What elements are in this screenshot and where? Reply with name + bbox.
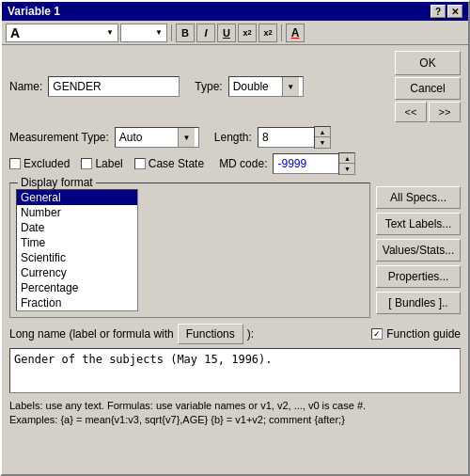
all-specs-button[interactable]: All Specs... <box>376 186 461 209</box>
length-up-btn[interactable]: ▲ <box>315 127 330 137</box>
excluded-label: Excluded <box>24 157 70 170</box>
case-state-label: Case State <box>149 157 204 170</box>
excluded-checkbox-item: Excluded <box>9 157 70 170</box>
checkbox-md-row: Excluded Label Case State MD code: ▲ ▼ <box>9 152 461 175</box>
list-item[interactable]: Number <box>17 205 137 220</box>
bold-button[interactable]: B <box>176 24 195 42</box>
long-name-suffix: ): <box>247 327 254 341</box>
display-format-listbox[interactable]: GeneralNumberDateTimeScientificCurrencyP… <box>16 189 138 311</box>
titlebar-buttons: ? ✕ <box>431 5 462 18</box>
length-input[interactable] <box>258 127 314 148</box>
list-item[interactable]: Date <box>17 220 137 235</box>
label-checkbox-item: Label <box>81 157 122 170</box>
md-down-btn[interactable]: ▼ <box>339 164 354 174</box>
functions-button[interactable]: Functions <box>178 324 243 344</box>
font-dropdown-label: A <box>10 25 20 40</box>
font-color-button[interactable]: A <box>286 24 305 42</box>
type-label: Type: <box>195 80 222 93</box>
toolbar: A ▼ ▼ B I U x2 x2 A <box>2 21 468 45</box>
superscript-button[interactable]: x2 <box>258 24 277 42</box>
list-item[interactable]: Fraction <box>17 295 137 310</box>
font-color-a: A <box>291 26 300 40</box>
size-dropdown[interactable]: ▼ <box>120 24 167 42</box>
values-stats-button[interactable]: Values/Stats... <box>376 239 461 262</box>
function-guide-row: ✓ Function guide <box>371 327 461 341</box>
list-item[interactable]: Percentage <box>17 280 137 295</box>
length-spinner-btns: ▲ ▼ <box>314 126 331 149</box>
display-left: Display format GeneralNumberDateTimeScie… <box>9 179 370 318</box>
list-item[interactable]: Scientific <box>17 250 137 265</box>
properties-button[interactable]: Properties... <box>376 265 461 288</box>
toolbar-sep2 <box>281 24 282 41</box>
function-guide-label: Function guide <box>386 327 461 341</box>
name-input[interactable] <box>48 76 180 97</box>
md-spinner: ▲ ▼ <box>273 152 355 175</box>
excluded-checkbox[interactable] <box>9 158 21 169</box>
md-input[interactable] <box>273 153 338 174</box>
subscript-button[interactable]: x2 <box>238 24 257 42</box>
type-dropdown[interactable]: Double ▼ <box>228 76 304 97</box>
md-up-btn[interactable]: ▲ <box>339 153 354 164</box>
font-dropdown[interactable]: A ▼ <box>6 24 118 42</box>
display-format-legend: Display format <box>18 176 96 189</box>
titlebar: Variable 1 ? ✕ <box>2 2 468 21</box>
text-labels-button[interactable]: Text Labels... <box>376 213 461 235</box>
ok-button[interactable]: OK <box>395 51 461 75</box>
measurement-length-row: Measurement Type: Auto ▼ Length: ▲ ▼ <box>9 126 461 149</box>
list-item[interactable]: Currency <box>17 265 137 280</box>
list-item[interactable]: Custom <box>17 310 137 311</box>
long-name-row: Long name (label or formula with Functio… <box>9 324 461 344</box>
toolbar-sep1 <box>171 24 172 41</box>
function-guide-checkbox[interactable]: ✓ <box>371 328 383 340</box>
md-spinner-btns: ▲ ▼ <box>338 152 355 175</box>
window-title: Variable 1 <box>8 5 60 18</box>
next-button[interactable]: >> <box>429 102 461 122</box>
list-item[interactable]: General <box>17 190 137 205</box>
action-buttons: All Specs... Text Labels... Values/Stats… <box>376 186 461 318</box>
hint-line2: Examples: {a} = mean{v1:v3, sqrt{v7},AGE… <box>9 413 461 427</box>
type-value: Double <box>233 80 269 93</box>
length-label: Length: <box>214 131 252 144</box>
display-format-group: Display format GeneralNumberDateTimeScie… <box>9 182 370 318</box>
main-window: Variable 1 ? ✕ A ▼ ▼ B I U x2 x2 A Name: <box>0 0 470 476</box>
formula-input[interactable]: Gender of the subjects (May 15, 1996). <box>9 348 461 393</box>
close-button[interactable]: ✕ <box>447 5 462 18</box>
case-state-checkbox-item: Case State <box>134 157 204 170</box>
display-area: Display format GeneralNumberDateTimeScie… <box>9 179 461 318</box>
name-type-row: Name: Type: Double ▼ OK Cancel << >> <box>9 51 461 122</box>
length-down-btn[interactable]: ▼ <box>315 137 330 148</box>
nav-row: << >> <box>395 102 461 122</box>
prev-button[interactable]: << <box>395 102 427 122</box>
cancel-button[interactable]: Cancel <box>395 77 461 100</box>
italic-button[interactable]: I <box>196 24 215 42</box>
measurement-value: Auto <box>119 131 143 144</box>
name-label: Name: <box>9 80 42 93</box>
hint-area: Labels: use any text. Formulas: use vari… <box>9 399 461 428</box>
label-checkbox[interactable] <box>81 158 92 169</box>
measurement-dropdown-btn[interactable]: ▼ <box>178 128 195 147</box>
measurement-label: Measurement Type: <box>9 131 109 144</box>
bundles-button[interactable]: [ Bundles ].. <box>376 292 461 314</box>
long-name-label: Long name (label or formula with <box>9 327 174 341</box>
hint-line1: Labels: use any text. Formulas: use vari… <box>9 399 461 413</box>
content-area: Name: Type: Double ▼ OK Cancel << >> Mea… <box>2 45 468 474</box>
case-state-checkbox[interactable] <box>134 158 146 169</box>
list-item[interactable]: Time <box>17 235 137 250</box>
measurement-dropdown[interactable]: Auto ▼ <box>115 127 199 148</box>
label-label: Label <box>95 157 122 170</box>
md-label: MD code: <box>219 157 267 170</box>
underline-button[interactable]: U <box>217 24 236 42</box>
type-dropdown-btn[interactable]: ▼ <box>282 77 299 96</box>
help-button[interactable]: ? <box>431 5 446 18</box>
font-dropdown-arrow: ▼ <box>106 28 114 37</box>
length-spinner: ▲ ▼ <box>258 126 331 149</box>
size-arrow: ▼ <box>155 28 163 37</box>
